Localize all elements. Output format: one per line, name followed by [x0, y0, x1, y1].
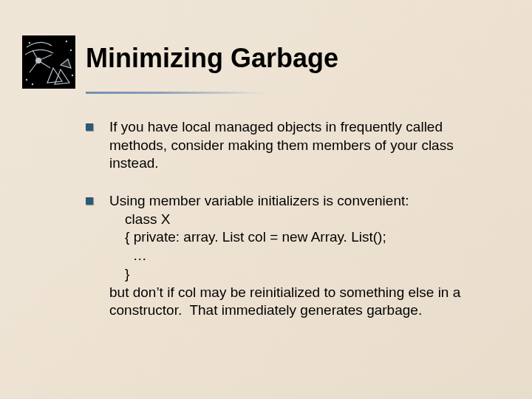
bullet-line: class X [109, 211, 502, 229]
bullet-line: … [109, 247, 502, 265]
svg-point-5 [26, 79, 27, 81]
square-bullet-icon [86, 123, 93, 131]
slide: Minimizing Garbage If you have local man… [0, 0, 532, 399]
slide-title: Minimizing Garbage [86, 43, 338, 74]
svg-point-3 [66, 41, 67, 42]
bullet-item: Using member variable initializers is co… [86, 192, 502, 320]
bullet-text: If you have local managed objects in fre… [109, 118, 502, 173]
bullet-line: } [109, 265, 502, 284]
bullet-text: Using member variable initializers is co… [109, 192, 502, 320]
svg-point-2 [29, 42, 30, 44]
svg-point-6 [32, 83, 33, 85]
title-underline [86, 92, 270, 94]
bullet-item: If you have local managed objects in fre… [86, 118, 502, 173]
slide-body: If you have local managed objects in fre… [86, 118, 502, 339]
slide-logo [22, 35, 75, 89]
bullet-line: Using member variable initializers is co… [109, 192, 502, 211]
square-bullet-icon [86, 197, 93, 205]
svg-point-7 [72, 75, 73, 76]
svg-point-4 [70, 50, 72, 51]
bullet-line: { private: array. List col = new Array. … [109, 228, 502, 247]
bullet-line: but don’t if col may be reinitialized to… [109, 284, 502, 320]
